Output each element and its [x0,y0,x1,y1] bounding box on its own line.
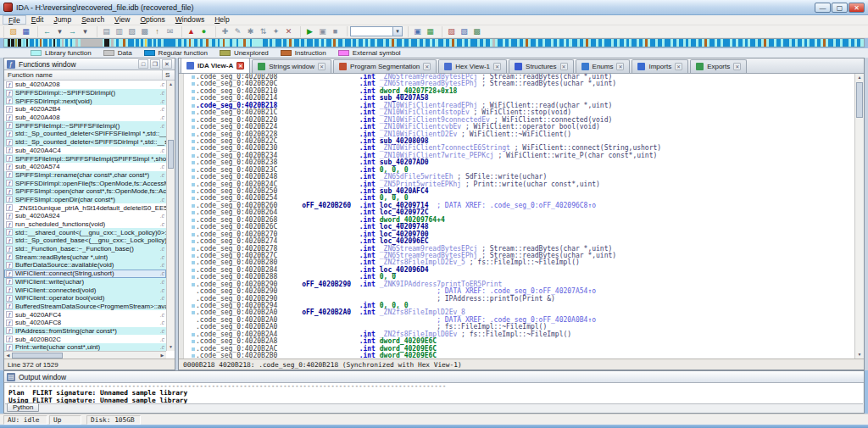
function-row[interactable]: fsub_4020AFC8.c [4,319,166,327]
tab-structures[interactable]: Structures✕ [509,59,573,73]
python-button[interactable]: Python [7,403,39,412]
function-row[interactable]: fsub_4020A924.c [4,212,166,220]
function-row[interactable]: fWiFiClient::connect(String,ushort).c [4,270,166,278]
mail-icon[interactable]: ✉ [164,26,176,37]
menu-view[interactable]: View [109,15,135,25]
disassembly-line[interactable]: .code_seg_0:4020B2B0 .int dword_40209E6C [185,353,854,359]
tab-enums[interactable]: Enums✕ [576,59,631,73]
function-row[interactable]: fPrint::write(uchar const*,uint).c [4,343,166,351]
function-row[interactable]: fsub_4020A4C4.c [4,147,166,155]
snapshot-icon[interactable]: ▩ [470,26,483,37]
functions-window-titlebar[interactable]: ƒ Functions window □❐✕ [4,58,175,70]
tab-close-icon[interactable]: ✕ [493,63,501,70]
function-row[interactable]: fstd::_Sp_counted_deleter<SPIFFSFileImpl… [4,130,166,138]
pause-process-icon[interactable]: ▣ [316,26,329,37]
ida-view-icon[interactable]: ▲ [185,26,198,37]
function-row[interactable]: fsub_4020A208.c [4,81,166,89]
close-panel-button[interactable]: ✕ [162,59,172,69]
function-row[interactable]: fstd::_Sp_counted_base<(__gnu_cxx::_Lock… [4,236,166,245]
tab-hex-view-1[interactable]: Hex View-1✕ [438,59,507,73]
tab-program-segmentation[interactable]: Program Segmentation✕ [333,59,437,73]
function-row[interactable]: fSPIFFSImpl::open(char const*,fs::OpenMo… [4,187,166,196]
disassembly-scrollbar-thumb[interactable] [856,82,863,118]
function-row[interactable]: fSPIFFSDirImpl::~SPIFFSDirImpl().c [4,89,166,97]
function-row[interactable]: fIPAddress::fromString(char const*).c [4,327,166,336]
new-window-icon[interactable]: ✚ [219,26,231,37]
menu-edit[interactable]: Edit [26,15,49,25]
scroll-up-icon[interactable]: ▲ [855,74,864,81]
scroll-down-icon[interactable]: ▼ [167,343,175,351]
stop-process-icon[interactable]: ■ [329,26,342,37]
combobox-dropdown-icon[interactable]: ▾ [392,27,402,36]
edit-icon[interactable]: ✎ [231,26,244,37]
functions-hscrollbar-thumb[interactable] [12,353,63,359]
tab-exports[interactable]: Exports✕ [690,59,747,73]
window-list-icon[interactable]: ▣ [411,26,424,37]
function-row[interactable]: fBufferedStreamDataSource<ProgmemStream>… [4,303,166,311]
tab-close-icon[interactable]: ✕ [675,63,682,70]
swap-icon[interactable]: ⇅ [257,26,270,37]
tab-close-icon[interactable]: ✕ [560,63,568,70]
tab-strings-window[interactable]: Strings window✕ [252,59,331,73]
function-row[interactable]: f_ZNSt10unique_ptrIA_hSt14default_delete… [4,203,166,212]
function-row[interactable]: frun_scheduled_functions(void).c [4,220,166,229]
function-row[interactable]: fSPIFFSFileImpl::SPIFFSFileImpl(SPIFFSIm… [4,154,166,163]
scroll-right-icon[interactable]: ▶ [159,353,166,358]
menu-windows[interactable]: Windows [170,15,210,25]
function-row[interactable]: fsub_4020A574.c [4,163,166,171]
scroll-left-icon[interactable]: ◀ [4,353,12,358]
menu-file[interactable]: File [3,15,26,25]
tab-close-icon[interactable]: ✕ [236,62,244,69]
save-icon[interactable]: ▦ [19,26,32,37]
function-row[interactable]: fWiFiClient::write(uchar).c [4,278,166,286]
navigation-band[interactable] [3,38,865,47]
menu-options[interactable]: Options [135,15,170,25]
function-name-column-header[interactable]: Function name [4,70,163,80]
open-file-icon[interactable]: ▨ [7,26,19,37]
functions-scrollbar-thumb[interactable] [168,140,174,169]
functions-header-row[interactable]: Function name S [4,70,175,81]
menu-search[interactable]: Search [76,15,109,25]
up-icon[interactable]: ↑ [151,26,164,37]
trace-icon[interactable]: ▧ [458,26,470,37]
function-row[interactable]: fStream::readBytes(uchar *,uint).c [4,253,166,261]
function-row[interactable]: fSPIFFSFileImpl::~SPIFFSFileImpl().c [4,121,166,130]
segment-column-header[interactable]: S [163,70,175,80]
menu-jump[interactable]: Jump [48,15,76,25]
function-row[interactable]: fWiFiClient::connected(void).c [4,286,166,294]
tab-close-icon[interactable]: ✕ [318,63,326,70]
maximize-button[interactable]: ▢ [832,3,848,13]
start-process-icon[interactable]: ▶ [303,26,316,37]
function-row[interactable]: fWiFiClient::operator bool(void).c [4,294,166,303]
close-button[interactable]: ✕ [849,3,865,13]
colors-icon[interactable]: ● [198,26,210,37]
back-icon[interactable]: ← [41,26,53,37]
save-desktop-icon[interactable]: ▦ [424,26,437,37]
tab-close-icon[interactable]: ✕ [423,63,431,70]
copy-names-icon[interactable]: ▤ [100,26,113,37]
function-row[interactable]: fSPIFFSDirImpl::next(void).c [4,97,166,105]
disassembly-vertical-scrollbar[interactable]: ▲ ▼ [854,74,864,359]
output-window-titlebar[interactable]: ▤ Output window [4,371,864,383]
delete-icon[interactable]: ✕ [282,26,295,37]
forward-icon[interactable]: → [66,26,79,37]
float-panel-button[interactable]: ❐ [150,59,160,69]
minimize-button[interactable]: — [815,3,831,13]
function-row[interactable]: fsub_4020AFC4.c [4,310,166,319]
print-icon[interactable]: ▩ [138,26,151,37]
function-row[interactable]: fsub_4020A408.c [4,114,166,122]
function-row[interactable]: fsub_4020A2B4.c [4,105,166,114]
function-row[interactable]: fstd::__shared_count<(__gnu_cxx::_Lock_p… [4,228,166,236]
function-row[interactable]: fstd::_Sp_counted_deleter<SPIFFSDirImpl … [4,138,166,147]
function-row[interactable]: fstd::_Function_base::~_Function_base().… [4,245,166,253]
forward-dropdown-icon[interactable]: ▾ [79,26,92,37]
debugger-combobox[interactable]: ▾ [350,26,403,36]
copy-all-icon[interactable]: ▧ [125,26,138,37]
functions-horizontal-scrollbar[interactable]: ◀ ▶ [4,351,166,359]
function-row[interactable]: fBufferDataSource::available(void).c [4,261,166,270]
function-row[interactable]: fSPIFFSImpl::rename(char const*,char con… [4,171,166,180]
attach-icon[interactable]: ✦ [270,26,282,37]
back-dropdown-icon[interactable]: ▾ [53,26,66,37]
function-row[interactable]: fSPIFFSImpl::openDir(char const*).c [4,196,166,204]
function-row[interactable]: fSPIFFSDirImpl::openFile(fs::OpenMode,fs… [4,179,166,187]
